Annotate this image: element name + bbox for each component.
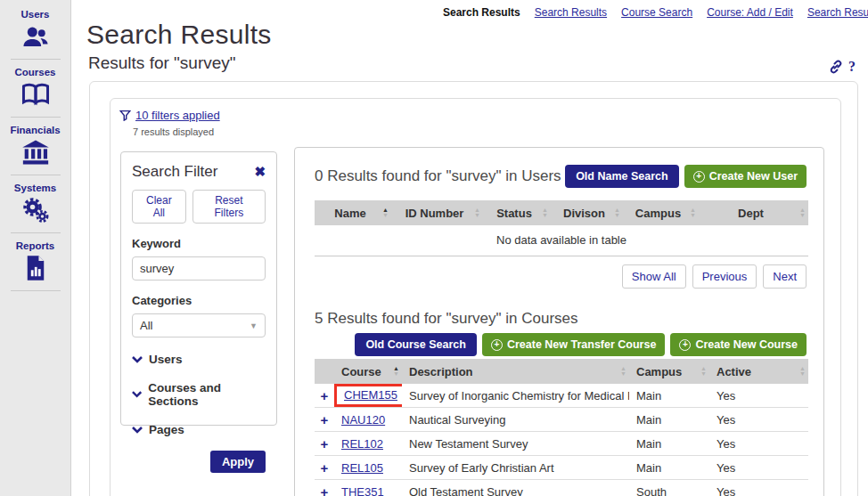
plus-circle-icon: +	[693, 171, 705, 183]
column-header-description[interactable]: Description ▲▼	[402, 365, 629, 378]
table-row: + THE351 Old Testament Survey South Yes	[315, 480, 808, 496]
empty-table-message: No data available in table	[315, 225, 808, 256]
topnav-link-course-add-edit[interactable]: Course: Add / Edit	[707, 6, 793, 19]
topnav-link-course-search[interactable]: Course Search	[621, 6, 692, 19]
course-description: Nautical Surveying	[402, 413, 629, 427]
column-header-active[interactable]: Active ▲▼	[709, 365, 808, 378]
courses-table: Course ▲▼ Description ▲▼ Campus ▲▼ Activ…	[315, 359, 808, 496]
sort-icon: ▲▼	[614, 207, 620, 218]
sort-icon: ▲▼	[474, 207, 480, 218]
show-all-button[interactable]: Show All	[622, 264, 686, 289]
previous-button[interactable]: Previous	[692, 264, 757, 289]
sidebar-item-systems[interactable]: Systems	[0, 181, 70, 229]
link-icon[interactable]	[829, 60, 843, 74]
page-subtitle: Results for "survey"	[88, 53, 236, 73]
courses-results-heading: 5 Results found for "survey" in Courses	[315, 310, 807, 328]
expand-row-icon[interactable]: +	[315, 484, 334, 496]
book-icon	[21, 81, 50, 108]
sidebar-item-label: Financials	[10, 125, 60, 135]
course-link[interactable]: NAU120	[341, 413, 385, 427]
sidebar-item-financials[interactable]: Financials	[0, 123, 70, 171]
clear-all-button[interactable]: Clear All	[132, 190, 186, 224]
create-new-user-button[interactable]: + Create New User	[684, 165, 807, 188]
course-code-cell: CHEM155	[334, 384, 402, 407]
sidebar-item-users[interactable]: Users	[0, 7, 70, 55]
topnav-link-search-results-2[interactable]: Search Results	[807, 6, 868, 19]
create-new-course-button[interactable]: + Create New Course	[670, 333, 807, 356]
sidebar-divider	[11, 290, 61, 291]
results-panel: 0 Results found for "survey" in Users Ol…	[294, 147, 824, 496]
filters-applied-line: 10 filters applied	[119, 109, 220, 122]
column-header-campus[interactable]: Campus ▲▼	[629, 365, 709, 378]
old-course-search-button[interactable]: Old Course Search	[355, 333, 477, 356]
categories-label: Categories	[132, 294, 266, 307]
expand-row-icon[interactable]: +	[315, 388, 334, 403]
filter-section-users[interactable]: Users	[132, 353, 266, 366]
sidebar-divider	[11, 117, 61, 118]
sidebar: Users Courses Financials Systems	[0, 0, 71, 496]
categories-selected-value: All	[140, 319, 152, 332]
column-header-dept[interactable]: Dept ▲▼	[699, 207, 808, 220]
topnav-current-page: Search Results	[443, 6, 520, 19]
column-header-course[interactable]: Course ▲▼	[334, 365, 402, 378]
search-filter-panel: Search Filter ✖ Clear All Reset Filters …	[120, 151, 277, 426]
page-title: Search Results	[86, 20, 272, 50]
course-link[interactable]: REL105	[341, 461, 383, 475]
chevron-down-icon	[132, 356, 143, 363]
topnav-link-search-results[interactable]: Search Results	[535, 6, 607, 19]
filter-section-pages[interactable]: Pages	[132, 423, 266, 436]
sort-icon: ▲▼	[382, 207, 389, 218]
course-campus: Main	[629, 437, 709, 451]
course-link[interactable]: THE351	[341, 485, 384, 496]
course-link[interactable]: CHEM155	[344, 388, 397, 402]
apply-button[interactable]: Apply	[210, 451, 266, 473]
users-table: Name ▲▼ ID Number ▲▼ Status ▲▼ Divison ▲…	[315, 200, 808, 256]
old-name-search-button[interactable]: Old Name Search	[565, 165, 679, 188]
column-header-id-number[interactable]: ID Number ▲▼	[391, 207, 483, 220]
sort-icon: ▲▼	[799, 366, 806, 377]
column-header-status[interactable]: Status ▲▼	[483, 207, 551, 220]
sidebar-divider	[11, 175, 61, 175]
table-row: + CHEM155 Survey of Inorganic Chemistry …	[315, 384, 808, 408]
keyword-input[interactable]	[132, 256, 266, 281]
create-new-course-label: Create New Course	[695, 338, 798, 351]
course-active: Yes	[709, 461, 808, 475]
course-description: Survey of Early Christian Art	[402, 461, 629, 475]
sidebar-item-reports[interactable]: Reports	[0, 239, 70, 287]
sidebar-item-courses[interactable]: Courses	[0, 65, 70, 113]
help-icon[interactable]: ?	[848, 59, 856, 75]
filter-panel-title: Search Filter	[132, 163, 217, 181]
expand-row-icon[interactable]: +	[315, 412, 334, 427]
filter-section-courses-sections[interactable]: Courses and Sections	[132, 381, 266, 408]
column-header-name[interactable]: Name ▲▼	[315, 207, 391, 220]
course-campus: South	[629, 485, 709, 496]
bank-icon	[21, 139, 50, 166]
results-displayed-text: 7 results displayed	[133, 126, 214, 137]
users-pagination: Show All Previous Next	[315, 264, 807, 289]
course-active: Yes	[709, 485, 808, 496]
filter-section-label: Users	[149, 353, 183, 366]
expand-row-icon[interactable]: +	[315, 436, 334, 451]
filter-icon	[119, 110, 131, 121]
course-description: Survey of Inorganic Chemistry for Medica…	[402, 389, 629, 402]
expand-row-icon[interactable]: +	[315, 460, 334, 476]
column-header-campus[interactable]: Campus ▲▼	[623, 207, 699, 220]
create-new-transfer-course-label: Create New Transfer Course	[507, 338, 656, 351]
reset-filters-button[interactable]: Reset Filters	[192, 190, 266, 224]
course-active: Yes	[709, 413, 808, 427]
course-link[interactable]: REL102	[341, 437, 383, 451]
keyword-label: Keyword	[132, 237, 266, 250]
sort-icon: ▲▼	[620, 366, 626, 377]
users-icon	[21, 23, 50, 50]
course-code-cell: THE351	[334, 485, 402, 496]
filters-applied-link[interactable]: 10 filters applied	[135, 109, 220, 122]
course-code-cell: REL102	[334, 437, 402, 451]
plus-circle-icon: +	[491, 339, 503, 351]
course-campus: Main	[629, 389, 709, 402]
next-button[interactable]: Next	[763, 264, 807, 289]
close-icon[interactable]: ✖	[254, 164, 266, 180]
select-caret-icon: ▼	[250, 321, 258, 330]
column-header-divison[interactable]: Divison ▲▼	[551, 207, 623, 220]
create-new-transfer-course-button[interactable]: + Create New Transfer Course	[482, 333, 665, 356]
categories-select[interactable]: All ▼	[132, 313, 266, 337]
